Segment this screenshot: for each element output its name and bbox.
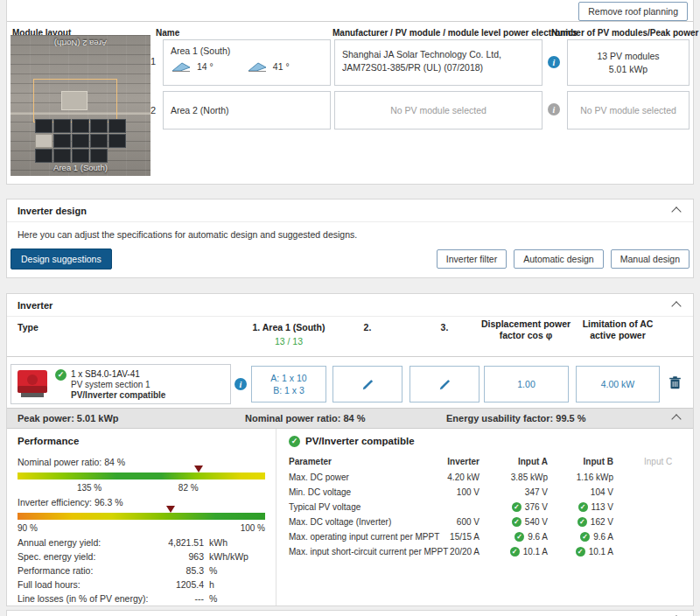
compatibility-panel: PV/Inverter compatible Parameter Inverte…	[276, 429, 693, 606]
stat-value: 963	[147, 551, 204, 562]
inverter-details: Performance Nominal power ratio: 84 % 13…	[7, 429, 693, 606]
inverter-type-cell[interactable]: 1 x SB4.0-1AV-41 PV system section 1 PV/…	[10, 364, 231, 404]
nominal-power-ratio-bar	[18, 472, 265, 480]
tilt-value-b: 41 °	[273, 61, 290, 72]
compat-row: Max. DC power 4.20 kW 3.85 kWp 1.16 kWp	[276, 472, 693, 487]
compatibility-title: PV/Inverter compatible	[305, 436, 415, 446]
area1-module-count: 13 / 13	[275, 336, 303, 346]
pv-module-grid	[35, 119, 126, 163]
summary-peak-power: Peak power: 5.01 kWp	[18, 413, 119, 424]
compatibility-status: PV/Inverter compatible	[71, 390, 165, 401]
pv-module	[72, 119, 89, 133]
pv-module	[35, 149, 52, 163]
edit-area2-button[interactable]	[332, 366, 402, 402]
col-header-cos-phi-2: factor cos φ	[500, 330, 553, 340]
header-name: Name	[156, 28, 179, 38]
compatible-check-icon	[55, 369, 66, 381]
top-toolbar: Remove roof planning	[7, 0, 693, 22]
inverter-image	[17, 369, 48, 399]
edit-area3-button[interactable]	[410, 366, 480, 402]
tilt-value-a: 14 °	[197, 61, 214, 72]
compat-input-b-value: 1.16 kWp	[552, 472, 613, 482]
stat-value: 1205.4	[147, 579, 204, 590]
compat-row: Max. input short-circuit current per MPP…	[276, 547, 693, 562]
section-title: Inverter	[18, 300, 52, 311]
compat-param: Min. DC voltage	[289, 487, 351, 497]
bar-marker-icon	[194, 466, 203, 472]
compat-input-a-value: 540 V	[486, 517, 548, 527]
compat-inverter-value: 600 V	[408, 517, 480, 527]
roof-area2-label: Area 2 (North)	[10, 38, 150, 48]
remove-roof-planning-button[interactable]: Remove roof planning	[578, 2, 688, 21]
design-suggestions-button[interactable]: Design suggestions	[10, 248, 112, 270]
ac-power-limit-value: 4.00 kW	[601, 378, 635, 390]
col-header-ac-limit: Limitation of AC	[583, 318, 654, 329]
string-config-button[interactable]: A: 1 x 10 B: 1 x 3	[251, 366, 326, 402]
inverter-efficiency-bar	[18, 513, 265, 520]
pv-module	[90, 134, 108, 148]
info-icon[interactable]: i	[234, 378, 247, 390]
compat-input-b-value: 10.1 A	[552, 547, 613, 556]
compat-inverter-value: 15/15 A	[408, 532, 480, 542]
roof-skylight	[61, 91, 88, 110]
inverter-name: 1 x SB4.0-1AV-41	[71, 369, 165, 380]
pv-system-section: PV system section 1	[71, 380, 165, 390]
roof-planning-panel: Remove roof planning Module layout Name …	[6, 0, 694, 185]
manual-design-button[interactable]: Manual design	[611, 249, 690, 269]
string-config-a: A: 1 x 10	[270, 372, 306, 384]
roof-layout-preview[interactable]: Area 2 (North) Area 1 (South)	[10, 35, 150, 176]
pv-module-cell[interactable]: No PV module selected	[334, 91, 542, 130]
compat-param: Max. DC voltage (Inverter)	[289, 517, 391, 527]
stat-label: Annual energy yield:	[18, 537, 101, 548]
inverter-filter-button[interactable]: Inverter filter	[437, 249, 507, 269]
check-icon	[576, 547, 585, 556]
pv-module	[53, 119, 71, 133]
stat-value: 85.3	[147, 565, 204, 576]
compat-input-b-value: 104 V	[552, 487, 613, 497]
compat-inverter-value: 20/20 A	[408, 547, 480, 556]
area-name: Area 1 (South)	[171, 46, 323, 56]
ac-power-limit-field[interactable]: 4.00 kW	[576, 366, 660, 402]
compat-input-a-value: 347 V	[486, 487, 548, 497]
col-header-ac-limit-2: active power	[590, 330, 646, 340]
pv-module	[108, 119, 126, 133]
compat-header-input-c: Input C	[644, 457, 672, 466]
inverter-efficiency-label: Inverter efficiency: 96.3 %	[18, 497, 123, 508]
pv-module-cell[interactable]: Shanghai JA Solar Technology Co. Ltd, JA…	[334, 39, 542, 86]
bar-scale-labels: 135 % 82 %	[18, 483, 265, 494]
module-count-cell: 13 PV modules 5.01 kWp	[567, 39, 690, 86]
check-icon	[512, 517, 522, 527]
pencil-icon	[362, 379, 374, 390]
collapse-chevron-icon[interactable]	[670, 413, 682, 423]
collapse-chevron-icon[interactable]	[670, 206, 682, 215]
compat-header-parameter: Parameter	[289, 457, 332, 466]
bar-marker-icon	[166, 506, 175, 513]
delete-inverter-button[interactable]	[669, 376, 681, 391]
area-name-cell[interactable]: Area 2 (North)	[163, 91, 331, 130]
module-count: 13 PV modules	[597, 50, 659, 63]
peak-power: 5.01 kWp	[609, 63, 648, 76]
manufacturer-line1: Shanghai JA Solar Technology Co. Ltd,	[342, 48, 535, 61]
manufacturer-line2: JAM72S01-385/PR (UL) (07/2018)	[342, 61, 535, 74]
area-name-cell[interactable]: Area 1 (South) 14 ° 41 °	[163, 39, 331, 86]
automatic-design-button[interactable]: Automatic design	[514, 249, 604, 269]
stat-label: Full load hours:	[18, 579, 80, 590]
stat-unit: %	[209, 593, 217, 604]
divider	[7, 356, 693, 357]
compat-header-row: Parameter Inverter Input A Input B Input…	[276, 457, 693, 472]
collapse-chevron-icon[interactable]	[670, 300, 682, 310]
no-module-placeholder: No PV module selected	[390, 105, 486, 116]
info-icon-disabled[interactable]: i	[548, 103, 560, 116]
cos-phi-field[interactable]: 1.00	[484, 366, 569, 402]
stat-unit: %	[209, 565, 217, 576]
compat-inverter-value: 100 V	[408, 487, 480, 497]
info-icon[interactable]: i	[548, 56, 560, 68]
pv-module	[108, 134, 126, 148]
header-manufacturer: Manufacturer / PV module / module level …	[332, 28, 578, 38]
roof-area1-label: Area 1 (South)	[10, 163, 150, 172]
stat-unit: kWh	[209, 537, 228, 548]
nominal-power-ratio-label: Nominal power ratio: 84 %	[18, 457, 125, 467]
bar2-max-value: 100 %	[230, 523, 265, 533]
button-row: Design suggestions Inverter filter Autom…	[10, 248, 690, 270]
check-icon	[580, 532, 590, 542]
